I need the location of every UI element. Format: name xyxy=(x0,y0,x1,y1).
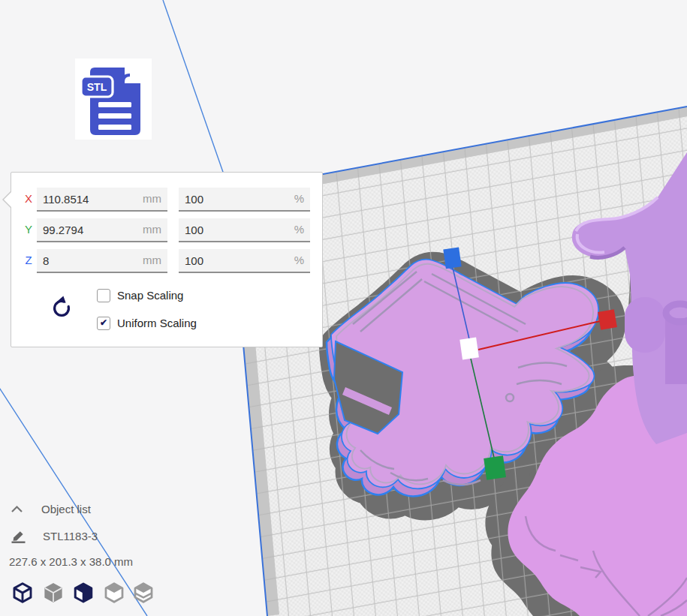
x-size-unit: mm xyxy=(143,188,161,210)
y-percent-input[interactable] xyxy=(185,218,277,241)
y-size-field: mm xyxy=(37,218,167,242)
scale-row-z: Z mm % xyxy=(11,249,322,273)
model-dimensions: 227.6 x 201.3 x 38.0 mm xyxy=(9,555,133,568)
stl-badge-text: STL xyxy=(87,81,107,93)
cube-solid-button[interactable] xyxy=(41,581,65,605)
z-percent-field: % xyxy=(179,249,310,273)
uniform-scaling-label: Uniform Scaling xyxy=(117,317,197,330)
cube-open-face-button[interactable] xyxy=(71,581,95,605)
object-list-toggle[interactable] xyxy=(11,503,23,516)
chevron-up-icon xyxy=(11,505,23,513)
reset-scale-button[interactable] xyxy=(47,294,76,323)
x-size-field: mm xyxy=(37,188,167,212)
x-percent-unit: % xyxy=(294,188,304,210)
x-size-input[interactable] xyxy=(43,188,134,210)
y-size-input[interactable] xyxy=(43,218,134,241)
standing-model-column xyxy=(625,297,665,353)
scale-row-x: X mm % xyxy=(11,188,322,212)
scale-row-y: Y mm % xyxy=(11,218,322,242)
cube-layered-button[interactable] xyxy=(131,581,155,605)
application-window: STL X mm % Y mm xyxy=(0,0,687,616)
snap-scaling-label: Snap Scaling xyxy=(117,289,183,302)
z-percent-unit: % xyxy=(294,249,304,272)
z-size-unit: mm xyxy=(143,249,161,272)
snap-scaling-checkbox[interactable] xyxy=(97,289,110,302)
reset-icon xyxy=(49,295,74,320)
z-axis-label: Z xyxy=(22,249,35,272)
y-percent-field: % xyxy=(179,218,310,242)
cube-solid-icon xyxy=(42,581,65,604)
cube-wireframe-icon xyxy=(11,581,34,604)
object-list-title: Object list xyxy=(41,503,91,515)
y-size-unit: mm xyxy=(143,218,161,241)
gizmo-y-handle[interactable] xyxy=(484,455,506,479)
cube-white-button[interactable] xyxy=(102,581,126,605)
cube-wireframe-button[interactable] xyxy=(11,581,35,605)
z-size-field: mm xyxy=(37,249,167,273)
y-percent-unit: % xyxy=(294,218,304,241)
x-axis-label: X xyxy=(22,188,35,210)
x-percent-field: % xyxy=(179,188,310,212)
standing-model-column-right xyxy=(665,318,687,384)
stl-file-icon: STL xyxy=(75,59,152,140)
uniform-scaling-checkbox[interactable]: ✔ xyxy=(97,317,110,330)
scale-tool-panel: X mm % Y mm % Z mm xyxy=(11,172,323,347)
gizmo-z-handle[interactable] xyxy=(443,248,461,269)
cube-layered-icon xyxy=(132,581,155,604)
gizmo-center-handle[interactable] xyxy=(460,338,479,360)
x-percent-input[interactable] xyxy=(185,188,277,210)
object-list-item-row[interactable] xyxy=(11,528,26,546)
z-percent-input[interactable] xyxy=(185,249,277,272)
cube-white-icon xyxy=(103,581,125,604)
pencil-icon xyxy=(11,528,26,543)
z-size-input[interactable] xyxy=(43,249,134,272)
cube-open-face-icon xyxy=(72,581,95,604)
stl-thumbnail: STL xyxy=(75,59,152,140)
y-axis-label: Y xyxy=(22,218,35,241)
build-volume-edge-top xyxy=(163,0,230,191)
gizmo-x-handle[interactable] xyxy=(598,309,617,329)
object-list-item-name[interactable]: STL1183-3 xyxy=(43,530,98,542)
